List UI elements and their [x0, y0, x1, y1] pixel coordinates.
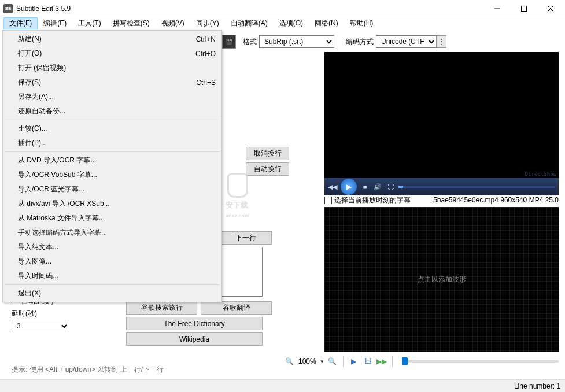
- menu-item-import-bluray[interactable]: 导入/OCR 蓝光字幕...: [4, 182, 220, 197]
- separator: [392, 356, 393, 367]
- video-panel: DirectShow ◀◀ ▶ ■ 🔊 ⛶: [324, 52, 559, 195]
- film-icon[interactable]: 🎞: [362, 356, 374, 367]
- waveform-hint: 点击以添加波形: [418, 275, 466, 284]
- menu-item-label: 退出(X): [18, 289, 216, 298]
- zoom-dropdown-icon[interactable]: ▼: [320, 359, 324, 364]
- menu-item-label: 导入时间码...: [18, 271, 216, 281]
- menu-item-label: 导入/OCR 蓝光字幕...: [18, 184, 216, 194]
- menu-item-label: 新建(N): [18, 34, 196, 44]
- menu-item-import-manual-encoding[interactable]: 手动选择编码方式导入字幕...: [4, 225, 220, 240]
- menu-item-import-dvd[interactable]: 从 DVD 导入/OCR 字幕...: [4, 153, 220, 168]
- menu-item-label: 导入/OCR VobSub 字幕...: [18, 170, 216, 180]
- menu-item-label: 比较(C)...: [18, 124, 216, 134]
- menu-item-restore-backup[interactable]: 还原自动备份...: [4, 104, 220, 119]
- google-search-button[interactable]: 谷歌搜索该行: [126, 301, 197, 315]
- watermark: 安下载anxz.com: [226, 173, 249, 219]
- clapperboard-icon[interactable]: 🎬: [222, 35, 236, 49]
- google-translate-button[interactable]: 谷歌翻译: [201, 301, 272, 315]
- directshow-label: DirectShow: [525, 171, 556, 177]
- menu-item-compare[interactable]: 比较(C)...: [4, 121, 220, 136]
- menu-options[interactable]: 选项(O): [274, 17, 309, 29]
- zoom-in-icon[interactable]: 🔍: [327, 356, 338, 367]
- seek-bar[interactable]: [398, 186, 555, 188]
- svg-rect-1: [522, 6, 527, 11]
- encoding-dropdown-button[interactable]: ⋮: [436, 35, 446, 48]
- menu-item-label: 打开(O): [18, 49, 195, 58]
- auto-wrap-button[interactable]: 自动换行: [246, 162, 289, 176]
- file-menu-dropdown: 新建(N)Ctrl+N 打开(O)Ctrl+O 打开 (保留视频) 保存(S)C…: [2, 30, 222, 302]
- cancel-wrap-button[interactable]: 取消换行: [246, 147, 289, 160]
- menu-item-import-matroska[interactable]: 从 Matroska 文件导入字幕...: [4, 211, 220, 225]
- menu-item-open-keepvideo[interactable]: 打开 (保留视频): [4, 61, 220, 75]
- menu-item-save[interactable]: 保存(S)Ctrl+S: [4, 75, 220, 90]
- menu-item-label: 打开 (保留视频): [18, 63, 216, 73]
- position-slider[interactable]: [402, 360, 559, 363]
- menu-item-import-vobsub[interactable]: 导入/OCR VobSub 字幕...: [4, 168, 220, 182]
- menu-separator: [5, 120, 220, 120]
- menu-item-import-image[interactable]: 导入图像...: [4, 254, 220, 269]
- volume-icon[interactable]: 🔊: [373, 183, 382, 191]
- menu-tools[interactable]: 工具(T): [72, 17, 106, 29]
- prev-icon[interactable]: ◀◀: [328, 183, 337, 191]
- menu-item-label: 插件(P)...: [18, 138, 216, 148]
- statusbar: Line number: 1: [0, 379, 565, 392]
- menu-file[interactable]: 文件(F): [3, 17, 38, 29]
- menu-item-plugins[interactable]: 插件(P)...: [4, 136, 220, 150]
- select-current-label: 选择当前播放时刻的字幕: [334, 195, 411, 205]
- menu-spellcheck[interactable]: 拼写检查(S): [107, 17, 156, 29]
- menu-item-label: 保存(S): [18, 77, 196, 87]
- maximize-button[interactable]: [511, 0, 537, 17]
- menu-edit[interactable]: 编辑(E): [38, 17, 72, 29]
- menu-item-open[interactable]: 打开(O)Ctrl+O: [4, 46, 220, 61]
- menu-network[interactable]: 网络(N): [309, 17, 344, 29]
- menu-item-label: 导入纯文本...: [18, 242, 216, 252]
- zoom-level: 100%: [297, 357, 317, 365]
- free-dictionary-button[interactable]: The Free Dictionary: [126, 317, 263, 330]
- fast-forward-icon[interactable]: ▶▶: [376, 356, 387, 367]
- menu-item-new[interactable]: 新建(N)Ctrl+N: [4, 32, 220, 46]
- delay-label: 延时(秒): [12, 309, 121, 319]
- app-icon: SE: [3, 4, 13, 13]
- separator: [343, 356, 344, 367]
- menu-item-label: 导入图像...: [18, 257, 216, 267]
- video-controls: ◀◀ ▶ ■ 🔊 ⛶: [324, 178, 559, 195]
- menu-item-label: 手动选择编码方式导入字幕...: [18, 228, 216, 238]
- play-small-icon[interactable]: ▶: [348, 356, 360, 367]
- menu-item-label: 从 Matroska 文件导入字幕...: [18, 213, 216, 223]
- menu-item-exit[interactable]: 退出(X): [4, 286, 220, 301]
- menu-video[interactable]: 视频(V): [156, 17, 190, 29]
- waveform-toolbar: 🔍 100% ▼ 🔍 ▶ 🎞 ▶▶: [283, 354, 559, 368]
- menu-item-label: 从 divx/avi 导入 /OCR XSub...: [18, 199, 216, 209]
- menu-item-save-as[interactable]: 另存为(A)...: [4, 90, 220, 104]
- menu-separator: [5, 284, 220, 285]
- encoding-label: 编码方式: [346, 37, 374, 47]
- menu-item-import-timecode[interactable]: 导入时间码...: [4, 269, 220, 283]
- next-line-button[interactable]: 下一行: [220, 231, 272, 245]
- close-button[interactable]: [537, 0, 564, 17]
- select-current-checkbox[interactable]: [324, 197, 332, 204]
- toolbar: 🎬 格式 SubRip (.srt) 编码方式 Unicode (UTF-8) …: [222, 33, 559, 50]
- menu-item-label: 从 DVD 导入/OCR 字幕...: [18, 156, 216, 165]
- window-title: Subtitle Edit 3.5.9: [16, 5, 484, 13]
- encoding-select[interactable]: Unicode (UTF-8): [376, 35, 437, 48]
- zoom-out-icon[interactable]: 🔍: [283, 356, 295, 367]
- play-button[interactable]: ▶: [341, 179, 357, 195]
- menu-item-import-plaintext[interactable]: 导入纯文本...: [4, 240, 220, 254]
- menu-item-accel: Ctrl+S: [196, 79, 216, 87]
- delay-select[interactable]: 3: [12, 320, 69, 332]
- menubar: 文件(F) 编辑(E) 工具(T) 拼写检查(S) 视频(V) 同步(Y) 自动…: [0, 17, 565, 29]
- hint-text: 提示: 使用 <Alt + up/down> 以转到 上一行/下一行: [12, 365, 164, 375]
- menu-autotranslate[interactable]: 自动翻译(A): [225, 17, 274, 29]
- menu-help[interactable]: 帮助(H): [344, 17, 379, 29]
- fullscreen-icon[interactable]: ⛶: [386, 183, 395, 190]
- waveform-panel[interactable]: 点击以添加波形: [324, 207, 559, 352]
- menu-item-accel: Ctrl+N: [196, 35, 216, 43]
- format-select[interactable]: SubRip (.srt): [259, 35, 334, 48]
- stop-icon[interactable]: ■: [360, 183, 370, 190]
- menu-item-import-xsub[interactable]: 从 divx/avi 导入 /OCR XSub...: [4, 197, 220, 211]
- menu-sync[interactable]: 同步(Y): [190, 17, 225, 29]
- format-label: 格式: [243, 37, 257, 47]
- menu-item-label: 还原自动备份...: [18, 106, 216, 116]
- wikipedia-button[interactable]: Wikipedia: [126, 332, 263, 346]
- minimize-button[interactable]: [484, 0, 511, 17]
